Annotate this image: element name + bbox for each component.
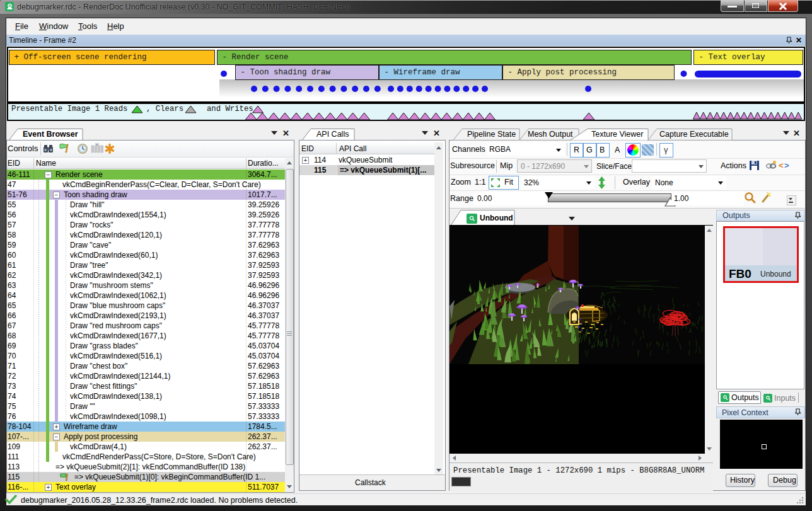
svg-text:>: > (784, 161, 789, 171)
svg-text:<: < (779, 161, 784, 171)
